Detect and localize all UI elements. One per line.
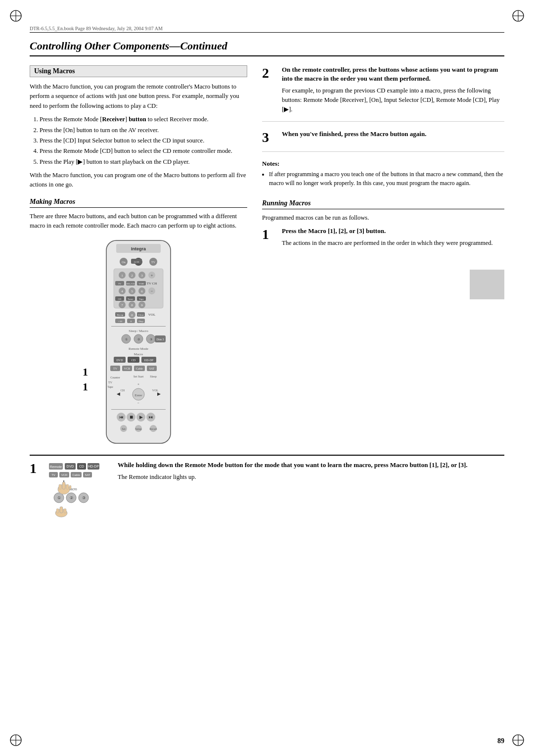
bottom-step-content: While holding down the Remote Mode butto… (118, 461, 504, 482)
svg-text:Setup: Setup (135, 427, 142, 430)
svg-rect-157 (60, 507, 63, 513)
svg-text:Recall: Recall (149, 427, 157, 430)
making-macros-body: There are three Macro buttons, and each … (30, 212, 247, 231)
svg-text:▶: ▶ (157, 391, 161, 396)
svg-text:Sleep / Macro: Sleep / Macro (129, 329, 148, 333)
svg-text:TV: TV (113, 367, 118, 370)
title-main: Controlling Other Components (30, 40, 169, 52)
svg-text:+: + (151, 273, 153, 278)
svg-text:⏹: ⏹ (129, 415, 134, 420)
svg-text:CD: CD (79, 465, 84, 468)
svg-text:DVD: DVD (67, 465, 74, 468)
header-bar: DTR-6.5,5.5_En.book Page 89 Wednesday, J… (30, 26, 504, 33)
svg-text:Macro: Macro (134, 352, 143, 356)
page-number: 89 (497, 737, 504, 745)
svg-text:③: ③ (82, 496, 86, 500)
bottom-step-number: 1 (30, 461, 40, 476)
svg-text:−: − (151, 289, 153, 293)
header-text: DTR-6.5,5.5_En.book Page 89 Wednesday, J… (30, 26, 163, 31)
svg-text:③: ③ (150, 338, 152, 341)
svg-text:▶: ▶ (139, 415, 143, 420)
svg-text:②: ② (137, 338, 140, 341)
outro-text: With the Macro function, you can program… (30, 171, 247, 190)
using-macros-header: Using Macros (30, 65, 247, 77)
running-step-1-block: 1 Press the Macro [1], [2], or [3] butto… (262, 227, 504, 255)
svg-text:TV: TV (118, 283, 122, 285)
svg-text:VOL: VOL (152, 389, 159, 392)
svg-text:⏮: ⏮ (119, 415, 124, 420)
running-step-1-number: 1 (262, 228, 274, 248)
columns-layout: Using Macros With the Macro function, yo… (30, 65, 504, 448)
svg-text:Sleep: Sleep (150, 375, 156, 378)
svg-text:Tape: Tape (107, 385, 113, 388)
svg-text:Cable: Cable (136, 367, 143, 370)
svg-text:Dim 3: Dim 3 (156, 338, 164, 341)
remote-image-area: 1 1 Integra On Standby (30, 238, 247, 448)
svg-rect-159 (64, 509, 66, 513)
svg-text:SEL/CD: SEL/CD (126, 283, 135, 285)
notes-item: If after programming a macro you teach o… (269, 170, 504, 188)
bottom-remote-svg: Remote Mode DVD CD HD-DP TV VCR Cable SA… (46, 461, 111, 520)
svg-text:VCR: VCR (61, 473, 68, 476)
left-column: Using Macros With the Macro function, yo… (30, 65, 247, 448)
running-step-1-content: Press the Macro [1], [2], or [3] button.… (282, 227, 504, 248)
corner-mark-bl (9, 733, 23, 747)
running-step-1-title: Press the Macro [1], [2], or [3] button. (282, 227, 504, 236)
svg-rect-111 (111, 409, 166, 410)
page-content: Controlling Other Components—Continued U… (30, 40, 504, 726)
svg-text:CH: CH (121, 389, 125, 392)
step-2-content: On the remote controller, press the butt… (282, 65, 504, 114)
steps-list: Press the Remote Mode [Receiver] button … (40, 115, 247, 167)
remote-control-svg: Integra On Standby TV LCD (96, 238, 180, 446)
svg-text:Remote: Remote (50, 465, 62, 469)
svg-text:①: ① (57, 496, 61, 500)
svg-text:−: − (137, 401, 139, 405)
svg-rect-154 (66, 484, 69, 489)
svg-text:2: 2 (131, 274, 133, 278)
svg-text:VDD: VDD (139, 283, 144, 285)
notes-title: Notes: (262, 160, 504, 168)
bottom-step-block: 1 Remote Mode DVD CD HD-DP TV VCR C (30, 455, 504, 522)
list-item: Press the Remote Mode [Receiver] button … (40, 115, 247, 124)
svg-text:HD-DP: HD-DP (144, 359, 154, 362)
intro-text: With the Macro function, you can program… (30, 82, 247, 111)
remote-overlay: 1 1 Integra On Standby (96, 238, 180, 448)
svg-text:Tuner: Tuner (128, 298, 134, 300)
svg-text:TV: TV (51, 473, 55, 476)
running-macros-intro: Programmed macros can be run as follows. (262, 213, 504, 223)
list-item: Press the Play [▶] button to start playb… (40, 157, 247, 167)
svg-text:Integra: Integra (131, 246, 146, 251)
svg-text:⏭: ⏭ (149, 415, 153, 420)
remote-step-1b: 1 (83, 380, 88, 393)
svg-text:Mode: Mode (52, 469, 60, 472)
step-3-block: 3 When you've finished, press the Macro … (262, 130, 504, 152)
svg-text:CD: CD (118, 298, 122, 300)
svg-rect-72 (111, 326, 166, 327)
svg-rect-158 (56, 509, 59, 513)
svg-text:9: 9 (141, 303, 143, 307)
svg-text:◀: ◀ (117, 391, 120, 396)
svg-text:On: On (122, 261, 125, 264)
svg-text:Set: Set (122, 427, 126, 430)
notes-section: Notes: If after programming a macro you … (262, 160, 504, 188)
corner-mark-tr (511, 9, 525, 23)
svg-text:Cable: Cable (72, 473, 80, 476)
svg-text:①: ① (125, 338, 128, 341)
svg-text:VCR: VCR (124, 367, 130, 370)
step-2-title: On the remote controller, press the butt… (282, 65, 504, 83)
corner-mark-br (511, 733, 525, 747)
step-2-block: 2 On the remote controller, press the bu… (262, 65, 504, 122)
svg-text:4: 4 (121, 289, 123, 293)
running-macros-section: Running Macros Programmed macros can be … (262, 199, 504, 255)
bottom-step-title: While holding down the Remote Mode butto… (118, 461, 504, 470)
svg-text:Remote Mode: Remote Mode (129, 347, 148, 351)
svg-text:6: 6 (141, 289, 143, 293)
bottom-step-body: The Remote indicator lights up. (118, 472, 504, 482)
running-macros-header: Running Macros (262, 199, 504, 209)
svg-rect-153 (59, 484, 61, 489)
remote-step-1a: 1 (83, 366, 88, 378)
notes-body: If after programming a macro you teach o… (262, 170, 504, 188)
svg-text:Set Start: Set Start (134, 375, 144, 378)
svg-text:SAT: SAT (149, 367, 155, 370)
gray-placeholder (470, 270, 504, 299)
